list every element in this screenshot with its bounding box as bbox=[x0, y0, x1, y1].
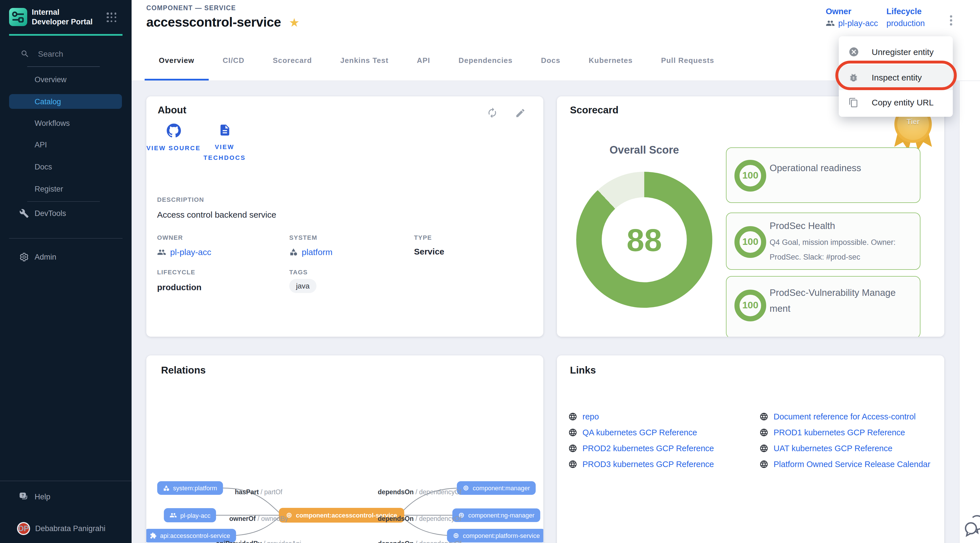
tab-scorecard[interactable]: Scorecard bbox=[259, 40, 326, 81]
link-prod1-kubernetes[interactable]: PROD1 kubernetes GCP Reference bbox=[759, 428, 905, 437]
user-name: Debabrata Panigrahi bbox=[35, 524, 105, 532]
score-ring: 100 bbox=[735, 226, 766, 258]
app-logo-icon[interactable] bbox=[9, 8, 27, 26]
search-input[interactable] bbox=[37, 49, 107, 59]
sidebar-item-api[interactable]: API bbox=[9, 137, 122, 152]
lifecycle-field-label: LIFECYCLE bbox=[157, 269, 196, 275]
scorecard-card: Scorecard Tier Overall Score 88 100 Oper… bbox=[557, 96, 944, 337]
search-icon bbox=[21, 49, 30, 59]
graph-node-component-manager[interactable]: component:manager bbox=[457, 481, 536, 495]
type-field-value: Service bbox=[414, 246, 444, 256]
about-card-title: About bbox=[158, 104, 186, 116]
sidebar-accent-divider bbox=[9, 34, 123, 35]
description-label: DESCRIPTION bbox=[157, 196, 204, 203]
sidebar-divider bbox=[0, 481, 132, 481]
graph-node-component-ng-manager[interactable]: component:ng-manager bbox=[452, 508, 540, 522]
tab-dependencies[interactable]: Dependencies bbox=[444, 40, 527, 81]
group-icon bbox=[826, 19, 835, 28]
tag-chip[interactable]: java bbox=[289, 279, 317, 293]
graph-node-pl-play-acc[interactable]: pl-play-acc bbox=[164, 508, 216, 522]
tab-overview[interactable]: Overview bbox=[145, 40, 208, 81]
owner-field-link[interactable]: pl-play-acc bbox=[157, 247, 211, 257]
sidebar-divider bbox=[27, 201, 100, 202]
copy-icon bbox=[848, 97, 859, 107]
score-ring: 100 bbox=[735, 160, 766, 192]
view-source-button[interactable]: VIEW SOURCE bbox=[146, 124, 201, 154]
apps-grid-icon[interactable] bbox=[107, 13, 117, 23]
sidebar-item-admin[interactable]: Admin bbox=[0, 248, 132, 265]
owner-field-label: OWNER bbox=[157, 234, 183, 241]
techdocs-icon bbox=[218, 124, 231, 137]
entity-header: COMPONENT — SERVICE accesscontrol-servic… bbox=[132, 0, 980, 41]
github-icon bbox=[167, 124, 181, 138]
bug-icon bbox=[848, 72, 859, 83]
sidebar-item-help[interactable]: ? Help bbox=[0, 488, 132, 505]
favorite-star-icon[interactable]: ★ bbox=[289, 16, 300, 29]
sidebar-item-devtools[interactable]: DevTools bbox=[0, 205, 132, 222]
sidebar-divider bbox=[9, 238, 123, 239]
tab-pull-requests[interactable]: Pull Requests bbox=[647, 40, 729, 81]
search-underline bbox=[27, 66, 100, 67]
sidebar-item-docs[interactable]: Docs bbox=[9, 159, 122, 174]
lifecycle-value[interactable]: production bbox=[886, 19, 925, 28]
edge-label-apiprovidedby: apiProvidedBy / providesApi bbox=[216, 540, 301, 543]
graph-node-system-platform[interactable]: system:platform bbox=[157, 481, 223, 495]
link-prod3-kubernetes[interactable]: PROD3 kubernetes GCP Reference bbox=[568, 460, 714, 469]
more-options-button[interactable] bbox=[946, 13, 956, 29]
tab-kubernetes[interactable]: Kubernetes bbox=[574, 40, 647, 81]
link-repo[interactable]: repo bbox=[568, 412, 599, 421]
sidebar-item-overview[interactable]: Overview bbox=[9, 72, 122, 87]
edge-label-dependson-1: dependsOn / dependencyOf bbox=[378, 489, 461, 495]
lifecycle-field-value: production bbox=[157, 282, 202, 292]
edge-label-dependson-3: dependsOn / dependencyOf bbox=[378, 540, 461, 543]
scrollbar-gutter[interactable] bbox=[959, 81, 980, 543]
score-item-prodsec-health[interactable]: 100 ProdSec Health Q4 Goal, mission impo… bbox=[726, 213, 920, 270]
svg-text:?: ? bbox=[22, 493, 24, 497]
links-card: Links repo QA kubernetes GCP Reference P… bbox=[557, 356, 944, 543]
overall-score-value: 88 bbox=[576, 172, 712, 308]
tab-jenkins-test[interactable]: Jenkins Test bbox=[326, 40, 402, 81]
score-item-prodsec-vulnerability[interactable]: 100 ProdSec-Vulnerability Management bbox=[726, 276, 920, 337]
breadcrumb: COMPONENT — SERVICE bbox=[146, 5, 236, 11]
edge-label-ownerof: ownerOf / ownedBy bbox=[229, 515, 288, 522]
edge-label-dependson-2: dependsOn / dependencyOf bbox=[378, 515, 461, 522]
page-title: accesscontrol-service bbox=[146, 15, 281, 30]
owner-link[interactable]: pl-play-acc bbox=[826, 19, 878, 28]
tab-cicd[interactable]: CI/CD bbox=[208, 40, 259, 81]
sidebar-item-catalog[interactable]: Catalog bbox=[9, 94, 122, 109]
link-doc-reference[interactable]: Document reference for Access-control bbox=[759, 412, 916, 421]
links-card-title: Links bbox=[570, 364, 596, 376]
lifecycle-label[interactable]: Lifecycle bbox=[886, 7, 925, 16]
owner-block: Owner pl-play-acc bbox=[826, 7, 878, 28]
sidebar-item-workflows[interactable]: Workflows bbox=[9, 116, 122, 130]
sidebar-item-register[interactable]: Register bbox=[9, 181, 122, 196]
owner-label[interactable]: Owner bbox=[826, 7, 878, 16]
menu-item-unregister-entity[interactable]: Unregister entity bbox=[839, 39, 953, 65]
menu-item-copy-entity-url[interactable]: Copy entity URL bbox=[839, 90, 953, 115]
gear-icon bbox=[19, 252, 29, 262]
score-item-operational-readiness[interactable]: 100 Operational readiness bbox=[726, 148, 920, 203]
system-field-link[interactable]: platform bbox=[289, 247, 332, 257]
view-techdocs-button[interactable]: VIEW TECHDOCS bbox=[197, 124, 252, 163]
feedback-chat-icon[interactable] bbox=[964, 512, 980, 539]
user-profile[interactable]: DP Debabrata Panigrahi bbox=[0, 520, 132, 537]
tab-docs[interactable]: Docs bbox=[527, 40, 574, 81]
link-qa-kubernetes[interactable]: QA kubernetes GCP Reference bbox=[568, 428, 697, 437]
group-icon bbox=[157, 248, 166, 256]
link-release-calendar[interactable]: Platform Owned Service Release Calendar bbox=[759, 460, 931, 469]
about-card: About VIEW SOURCE VIEW TECHDOCS DESCRIPT… bbox=[146, 96, 543, 337]
wrench-icon bbox=[19, 208, 29, 218]
entity-context-menu: Unregister entity Inspect entity Copy en… bbox=[839, 36, 953, 117]
tab-api[interactable]: API bbox=[402, 40, 444, 81]
relations-card: Relations system:platform pl-play-acc ap… bbox=[146, 356, 543, 543]
link-prod2-kubernetes[interactable]: PROD2 kubernetes GCP Reference bbox=[568, 444, 714, 453]
link-uat-kubernetes[interactable]: UAT kubernetes GCP Reference bbox=[759, 444, 892, 453]
system-icon bbox=[289, 248, 298, 256]
edit-pencil-icon[interactable] bbox=[512, 104, 528, 121]
menu-item-inspect-entity[interactable]: Inspect entity bbox=[839, 65, 953, 90]
view-source-label: VIEW SOURCE bbox=[146, 143, 201, 154]
cancel-icon bbox=[848, 46, 859, 57]
app-title: Internal Developer Portal bbox=[32, 7, 97, 27]
refresh-icon[interactable] bbox=[484, 104, 501, 121]
description-value: Access control backend service bbox=[157, 210, 276, 219]
